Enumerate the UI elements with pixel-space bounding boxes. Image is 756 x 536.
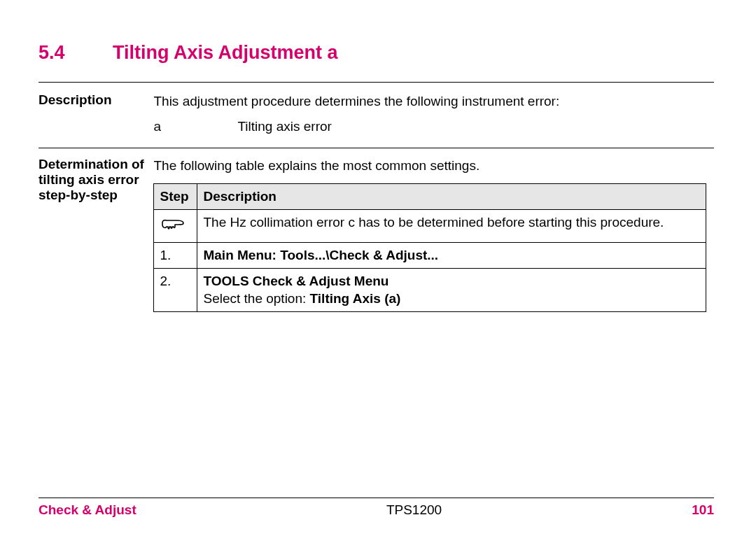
footer-page-number: 101 <box>692 502 714 518</box>
determination-content: The following table explains the most co… <box>153 157 706 312</box>
step-desc-plain: Select the option: Tilting Axis (a) <box>203 290 700 308</box>
error-line: aTilting axis error <box>153 118 706 136</box>
footer-divider <box>38 498 714 498</box>
step-desc-plain-prefix: Select the option: <box>203 291 309 306</box>
description-text: This adjustment procedure determines the… <box>153 92 706 111</box>
section-number: 5.4 <box>38 42 113 64</box>
footer-model: TPS1200 <box>386 502 442 518</box>
header-desc: Description <box>197 183 706 209</box>
determination-intro: The following table explains the most co… <box>153 157 706 175</box>
error-value: Tilting axis error <box>237 119 331 134</box>
divider-top <box>38 82 714 83</box>
description-content: This adjustment procedure determines the… <box>153 92 706 135</box>
footer-row: Check & Adjust TPS1200 101 <box>38 502 714 518</box>
table-row: The Hz collimation error c has to be det… <box>154 209 706 243</box>
page-footer: Check & Adjust TPS1200 101 <box>38 498 714 518</box>
footer-chapter: Check & Adjust <box>38 502 136 518</box>
section-title: Tilting Axis Adjustment a <box>113 42 338 63</box>
determination-label: Determination of tilting axis error step… <box>38 157 150 203</box>
description-block: Description This adjustment procedure de… <box>38 92 714 135</box>
header-step: Step <box>154 183 197 209</box>
error-key: a <box>153 118 237 136</box>
step-desc: The Hz collimation error c has to be det… <box>197 209 706 243</box>
step-cell: 1. <box>154 243 197 269</box>
table-row: 1. Main Menu: Tools...\Check & Adjust... <box>154 243 706 269</box>
divider-mid <box>38 148 714 148</box>
step-desc-bold: Main Menu: Tools...\Check & Adjust... <box>203 248 438 262</box>
table-row: 2. TOOLS Check & Adjust Menu Select the … <box>154 268 706 311</box>
step-desc: Main Menu: Tools...\Check & Adjust... <box>197 243 706 269</box>
step-cell: 2. <box>154 268 197 311</box>
step-cell-icon <box>154 209 197 243</box>
step-desc-bold: TOOLS Check & Adjust Menu <box>203 272 700 290</box>
section-heading: 5.4Tilting Axis Adjustment a <box>38 42 714 64</box>
steps-table: Step Description <box>153 183 706 312</box>
step-desc-plain-bold: Tilting Axis (a) <box>310 291 401 306</box>
determination-block: Determination of tilting axis error step… <box>38 157 714 312</box>
pointing-hand-icon <box>160 213 186 234</box>
table-header-row: Step Description <box>154 183 706 209</box>
step-desc: TOOLS Check & Adjust Menu Select the opt… <box>197 268 706 311</box>
description-label: Description <box>38 92 150 108</box>
